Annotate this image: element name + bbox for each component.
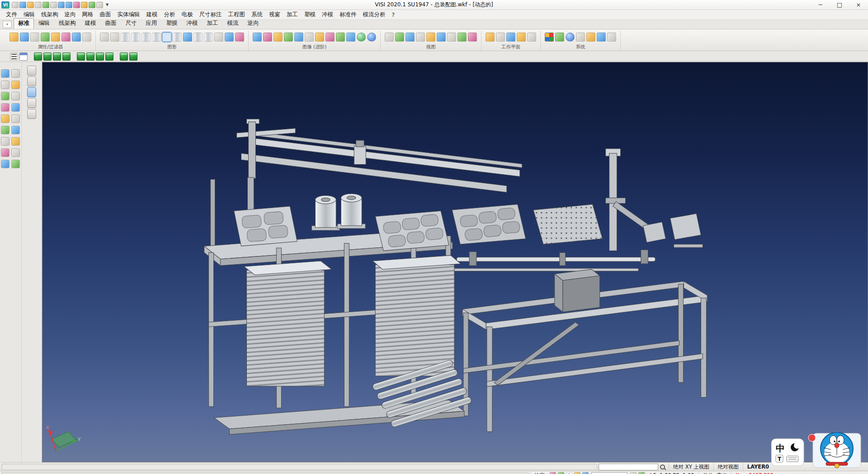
- ucs-icon[interactable]: [1, 148, 9, 157]
- export-icon[interactable]: [42, 2, 49, 8]
- open-file-icon[interactable]: [19, 2, 26, 8]
- wireframe-display-icon[interactable]: [263, 33, 272, 42]
- mask-icon[interactable]: [61, 33, 71, 42]
- keyboard-icon[interactable]: [787, 456, 798, 462]
- 3d-viewport[interactable]: x y: [42, 62, 868, 462]
- maximize-button[interactable]: □: [830, 0, 849, 9]
- print-tool-icon[interactable]: [1, 160, 9, 168]
- record-icon[interactable]: [550, 472, 556, 474]
- info-icon[interactable]: [96, 2, 103, 8]
- iso-view-cube-icon[interactable]: [34, 52, 42, 61]
- menu-machining[interactable]: 加工: [283, 10, 301, 19]
- menu-progress[interactable]: 冲模: [319, 10, 336, 19]
- viewport-layout-icon[interactable]: [19, 52, 28, 61]
- search-icon[interactable]: [660, 465, 665, 469]
- macro-icon[interactable]: [607, 33, 616, 42]
- previous-view-icon[interactable]: [447, 33, 456, 42]
- hatch-icon[interactable]: [225, 33, 234, 42]
- globe-icon[interactable]: [566, 33, 575, 42]
- rendered-sphere-icon[interactable]: [367, 33, 376, 42]
- attribute-color-icon[interactable]: [9, 33, 19, 42]
- tab-flow[interactable]: 模流: [223, 18, 243, 29]
- tab-wireframe[interactable]: 线架构: [54, 18, 80, 29]
- profile-icon[interactable]: [162, 33, 171, 42]
- saved-view-icon[interactable]: [27, 76, 36, 86]
- menu-mould[interactable]: 塑模: [301, 10, 319, 19]
- render-icon[interactable]: [284, 33, 293, 42]
- grid-settings-icon[interactable]: [576, 33, 585, 42]
- material-icon[interactable]: [346, 33, 355, 42]
- right-view-cube-icon[interactable]: [62, 52, 71, 61]
- redo-icon[interactable]: [66, 2, 72, 8]
- measure-icon[interactable]: [1, 114, 9, 123]
- grid-icon[interactable]: [11, 137, 20, 146]
- colors-icon[interactable]: [11, 126, 20, 134]
- filter-icon[interactable]: [41, 33, 50, 42]
- info-tool-icon[interactable]: [11, 148, 20, 157]
- top-view-cube-icon[interactable]: [43, 52, 52, 61]
- curve-icon[interactable]: [173, 33, 182, 42]
- ellipse-icon[interactable]: [193, 33, 203, 42]
- rectangle-icon[interactable]: [142, 33, 151, 42]
- saved-view-icon-active[interactable]: [27, 87, 36, 97]
- tab-dimension[interactable]: 尺寸: [121, 18, 142, 29]
- menu-window[interactable]: 视窗: [266, 10, 283, 19]
- tab-machining[interactable]: 加工: [203, 18, 223, 29]
- cylinder-icon[interactable]: [152, 33, 161, 42]
- layers-icon[interactable]: [1, 126, 9, 134]
- ime-panel[interactable]: 中 T: [771, 439, 804, 466]
- options-icon[interactable]: [586, 33, 595, 42]
- coordinate-combo[interactable]: [591, 472, 627, 474]
- rotate-icon[interactable]: [1, 103, 9, 112]
- cad-model-3d[interactable]: x y: [42, 62, 868, 462]
- zoom-in-icon[interactable]: [406, 33, 415, 42]
- shade-icon[interactable]: [253, 33, 262, 42]
- arc-icon[interactable]: [121, 33, 130, 42]
- menu-help[interactable]: ?: [389, 10, 398, 19]
- attribute-layer-icon[interactable]: [20, 33, 29, 42]
- section-icon[interactable]: [315, 33, 324, 42]
- saved-view-icon[interactable]: [27, 98, 36, 108]
- copy-icon[interactable]: [11, 92, 20, 100]
- dimetric-view-cube-icon[interactable]: [120, 52, 128, 61]
- tab-edit[interactable]: 编辑: [34, 18, 54, 29]
- bottom-view-cube-icon[interactable]: [96, 52, 104, 61]
- point-icon[interactable]: [100, 33, 109, 42]
- hidden-line-icon[interactable]: [274, 33, 283, 42]
- workplane-align-icon[interactable]: [517, 33, 526, 42]
- pan-icon[interactable]: [426, 33, 435, 42]
- workplane-view-icon[interactable]: [527, 33, 536, 42]
- import-icon[interactable]: [35, 2, 42, 8]
- workplane-rotate-icon[interactable]: [506, 33, 515, 42]
- attribute-style-icon[interactable]: [30, 33, 39, 42]
- undo-icon[interactable]: [58, 2, 65, 8]
- settings-icon[interactable]: [81, 2, 88, 8]
- match-properties-icon[interactable]: [82, 33, 91, 42]
- zoom-fit-icon[interactable]: [385, 33, 394, 42]
- shaded-sphere-icon[interactable]: [357, 33, 366, 42]
- stats-icon[interactable]: [582, 472, 589, 474]
- tab-reverse[interactable]: 逆向: [243, 18, 264, 29]
- back-view-cube-icon[interactable]: [86, 52, 94, 61]
- saved-view-icon[interactable]: [27, 109, 36, 119]
- tab-surface[interactable]: 曲面: [101, 18, 121, 29]
- toggle-snap-icon[interactable]: [638, 472, 645, 474]
- tab-application[interactable]: 应用: [142, 18, 162, 29]
- erase-icon[interactable]: [11, 81, 20, 89]
- calculator-icon[interactable]: [597, 33, 606, 42]
- printer-status-icon[interactable]: [574, 472, 580, 474]
- texture-icon[interactable]: [294, 33, 303, 42]
- properties-icon[interactable]: [72, 33, 81, 42]
- refresh-icon[interactable]: [89, 2, 95, 8]
- annotate-icon[interactable]: [11, 114, 20, 123]
- scissors-icon[interactable]: [11, 69, 20, 78]
- select-icon[interactable]: [1, 81, 9, 89]
- light-icon[interactable]: [326, 33, 335, 42]
- snap-lock-label[interactable]: 拴牢: [530, 471, 549, 474]
- move-icon[interactable]: [1, 92, 9, 100]
- ime-lang-indicator[interactable]: 中: [776, 443, 785, 454]
- transparency-icon[interactable]: [305, 33, 314, 42]
- tab-standard[interactable]: 标准: [14, 18, 34, 29]
- new-file-icon[interactable]: [12, 2, 19, 8]
- workplane-origin-icon[interactable]: [496, 33, 505, 42]
